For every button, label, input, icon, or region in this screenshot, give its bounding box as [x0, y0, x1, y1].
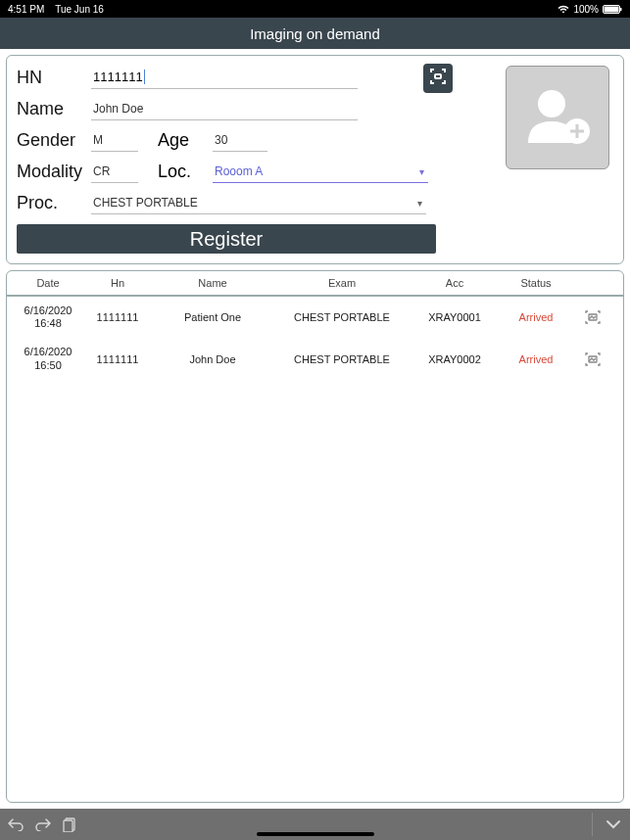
label-age: Age [158, 130, 213, 151]
cell-status: Arrived [499, 353, 573, 365]
scan-icon [428, 67, 448, 90]
cell-status: Arrived [499, 311, 573, 323]
label-name: Name [17, 99, 91, 119]
toolbar-divider [592, 813, 593, 836]
header-status: Status [499, 277, 573, 289]
status-time: 4:51 PM [8, 4, 44, 15]
status-time-date: 4:51 PM Tue Jun 16 [8, 4, 104, 15]
cell-hn: 1111111 [83, 311, 152, 323]
chevron-down-icon: ▾ [419, 165, 424, 176]
svg-rect-9 [64, 820, 73, 832]
cell-name: Patient One [152, 311, 273, 323]
patient-photo-placeholder[interactable] [506, 66, 609, 169]
register-label: Register [190, 228, 263, 251]
cell-date: 6/16/202016:50 [13, 346, 83, 371]
cell-exam: CHEST PORTABLE [273, 311, 411, 323]
location-value: Rooom A [215, 164, 263, 178]
register-button[interactable]: Register [17, 224, 436, 254]
wifi-icon [557, 5, 569, 14]
cell-hn: 1111111 [83, 353, 152, 365]
home-indicator [257, 832, 374, 836]
select-location[interactable]: Rooom A ▾ [213, 161, 428, 183]
label-procedure: Proc. [17, 193, 91, 213]
header-hn: Hn [83, 277, 152, 289]
label-hn: HN [17, 68, 91, 88]
status-battery-text: 100% [573, 4, 599, 15]
table-row[interactable]: 6/16/202016:481111111Patient OneCHEST PO… [7, 297, 623, 338]
header-name: Name [152, 277, 273, 289]
header-acc: Acc [411, 277, 499, 289]
input-gender[interactable]: M [91, 129, 138, 152]
input-modality[interactable]: CR [91, 161, 138, 183]
redo-button[interactable] [35, 817, 51, 831]
row-image-button[interactable] [573, 309, 612, 325]
cell-acc: XRAY0001 [411, 311, 499, 323]
cell-name: John Doe [152, 353, 273, 365]
procedure-value: CHEST PORTABLE [93, 196, 198, 210]
worklist-panel: Date Hn Name Exam Acc Status 6/16/202016… [6, 270, 624, 803]
header-exam: Exam [273, 277, 411, 289]
input-hn[interactable]: 1111111 [91, 66, 358, 89]
svg-rect-1 [605, 6, 619, 12]
svg-rect-2 [620, 8, 622, 11]
header-date: Date [13, 277, 83, 289]
select-procedure[interactable]: CHEST PORTABLE ▾ [91, 192, 426, 214]
svg-rect-3 [435, 74, 441, 78]
clipboard-button[interactable] [63, 817, 76, 832]
cell-date: 6/16/202016:48 [13, 304, 83, 330]
cell-acc: XRAY0002 [411, 353, 499, 365]
scan-button[interactable] [423, 64, 453, 93]
battery-icon [603, 5, 622, 14]
svg-point-4 [538, 90, 565, 117]
cell-exam: CHEST PORTABLE [273, 353, 411, 365]
table-row[interactable]: 6/16/202016:501111111John DoeCHEST PORTA… [7, 338, 623, 379]
input-name[interactable]: John Doe [91, 98, 358, 120]
app-title: Imaging on demand [250, 25, 380, 42]
table-body: 6/16/202016:481111111Patient OneCHEST PO… [7, 297, 623, 802]
chevron-down-icon: ▾ [417, 197, 422, 208]
status-bar: 4:51 PM Tue Jun 16 100% [0, 0, 630, 18]
undo-button[interactable] [8, 817, 24, 831]
collapse-keyboard-button[interactable] [605, 818, 622, 830]
form-panel: HN 1111111 Name John Doe Gender M Age 30… [6, 55, 624, 264]
input-age[interactable]: 30 [213, 129, 267, 152]
app-header: Imaging on demand [0, 18, 630, 49]
label-modality: Modality [17, 162, 91, 182]
add-photo-icon [518, 76, 597, 159]
table-header: Date Hn Name Exam Acc Status [7, 271, 623, 297]
status-date: Tue Jun 16 [55, 4, 104, 15]
row-image-button[interactable] [573, 351, 612, 367]
label-location: Loc. [158, 162, 213, 182]
label-gender: Gender [17, 130, 91, 151]
